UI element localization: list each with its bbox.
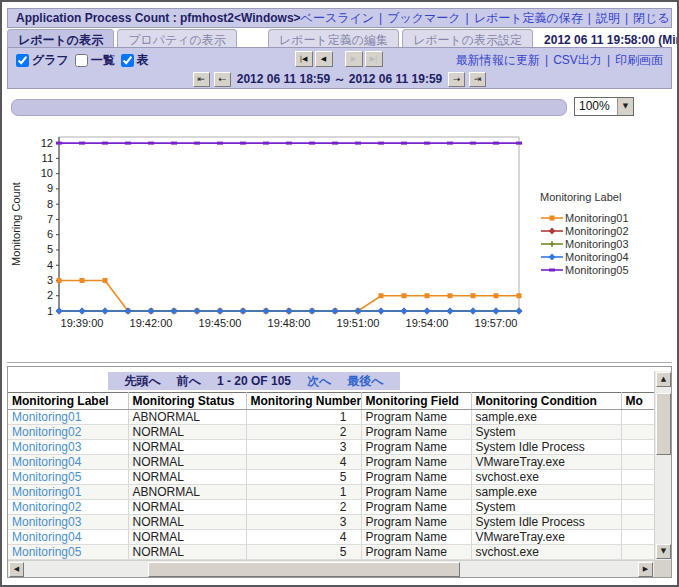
page-first-button[interactable]: |◀	[295, 51, 313, 67]
pagination-last[interactable]: 最後へ	[347, 373, 383, 390]
page-last-button[interactable]: ▶|	[365, 51, 383, 67]
toolbar-row-main: グラフ一覧表 |◀ ◀ ▶ ▶| 最新情報に更新|CSV出力|印刷画面	[16, 50, 663, 70]
time-move-end-icon: ⇥	[474, 74, 482, 84]
pagination-next[interactable]: 次へ	[307, 373, 331, 390]
data-table-wrap: Monitoring LabelMonitoring StatusMonitor…	[8, 392, 654, 560]
monitoring-label-link[interactable]: Monitoring04	[8, 530, 128, 545]
svg-text:4: 4	[47, 259, 53, 271]
prev-page-icon: ◀	[321, 55, 326, 63]
checkbox-group-3: 表	[121, 52, 149, 69]
header-link-3[interactable]: レポート定義の保存	[474, 11, 583, 25]
pagination-prev[interactable]: 前へ	[177, 373, 201, 390]
display-checkbox-2[interactable]	[75, 54, 88, 67]
time-page-nav-buttons: |◀ ◀ ▶ ▶|	[295, 51, 385, 67]
table-cell: System	[471, 425, 621, 440]
toolbar-link-2[interactable]: CSV出力	[553, 53, 602, 67]
display-checkbox-1[interactable]	[16, 54, 29, 67]
time-move-start-button[interactable]: ⇤	[193, 72, 210, 87]
monitoring-label-link[interactable]: Monitoring03	[8, 515, 128, 530]
tab-3[interactable]: レポート定義の編集	[268, 29, 399, 47]
horizontal-scrollbar[interactable]: ◀ ▶	[8, 560, 654, 577]
nav-gap	[335, 51, 345, 67]
toolbar-link-3[interactable]: 印刷画面	[615, 53, 663, 67]
scroll-down-icon[interactable]: ▼	[656, 544, 671, 559]
monitoring-label-link[interactable]: Monitoring02	[8, 425, 128, 440]
column-header-2: Monitoring Status	[128, 393, 246, 410]
monitoring-label-link[interactable]: Monitoring04	[8, 455, 128, 470]
svg-text:19:48:00: 19:48:00	[268, 317, 311, 329]
scroll-up-icon[interactable]: ▲	[656, 372, 671, 387]
legend-label: Monitoring01	[565, 212, 629, 224]
toolbar-link-1[interactable]: 最新情報に更新	[456, 53, 540, 67]
header-link-1[interactable]: ベースライン	[301, 11, 374, 25]
table-row: Monitoring04NORMAL4Program NameVMwareTra…	[8, 530, 654, 545]
scroll-right-icon[interactable]: ▶	[638, 562, 653, 577]
link-separator: |	[588, 11, 591, 25]
vertical-scrollbar[interactable]: ▲ ▼	[654, 371, 671, 560]
table-cell: Program Name	[361, 485, 471, 500]
table-cell: NORMAL	[128, 545, 246, 560]
pagination-bar: 先頭へ 前へ 1 - 20 OF 105 次へ 最後へ	[108, 372, 400, 390]
svg-text:11: 11	[42, 152, 53, 164]
monitoring-label-link[interactable]: Monitoring03	[8, 440, 128, 455]
page-prev-button[interactable]: ◀	[315, 51, 333, 67]
zoom-level-value: 100%	[575, 98, 617, 115]
monitoring-label-link[interactable]: Monitoring05	[8, 545, 128, 560]
table-cell: svchost.exe	[471, 545, 621, 560]
svg-text:7: 7	[47, 213, 53, 225]
svg-text:8: 8	[47, 198, 53, 210]
table-cell: NORMAL	[128, 440, 246, 455]
title-bar: Application Process Count : pfmhost2<Win…	[7, 8, 672, 28]
table-cell: Program Name	[361, 455, 471, 470]
table-cell: 5	[246, 470, 361, 485]
monitoring-label-link[interactable]: Monitoring02	[8, 500, 128, 515]
series-Monitoring05	[56, 142, 522, 145]
pagination-first[interactable]: 先頭へ	[124, 373, 160, 390]
zoom-level-select[interactable]: 100% ▼	[574, 97, 634, 116]
toolbar-links: 最新情報に更新|CSV出力|印刷画面	[456, 52, 663, 69]
tab-4[interactable]: レポートの表示設定	[402, 29, 533, 47]
time-move-forward-icon: ⇢	[453, 74, 461, 84]
monitoring-label-link[interactable]: Monitoring01	[8, 485, 128, 500]
toolbar: グラフ一覧表 |◀ ◀ ▶ ▶| 最新情報に更新|CSV出力|印刷画面 ⇤ ⇠ …	[7, 47, 672, 89]
header-link-2[interactable]: ブックマーク	[387, 11, 460, 25]
table-cell	[621, 470, 654, 485]
legend-label: Monitoring05	[565, 264, 629, 276]
display-checkbox-3[interactable]	[121, 54, 134, 67]
table-header-row: Monitoring LabelMonitoring StatusMonitor…	[8, 393, 654, 410]
page-next-button[interactable]: ▶	[345, 51, 363, 67]
monitoring-label-link[interactable]: Monitoring01	[8, 410, 128, 425]
table-cell	[621, 515, 654, 530]
checkbox-label: 表	[137, 52, 149, 69]
header-link-5[interactable]: 閉じる	[633, 11, 670, 25]
table-cell: Program Name	[361, 425, 471, 440]
app-window: Application Process Count : pfmhost2<Win…	[7, 8, 672, 581]
monitoring-table: Monitoring LabelMonitoring StatusMonitor…	[8, 392, 654, 560]
svg-text:10: 10	[41, 167, 53, 179]
display-checkboxes: グラフ一覧表	[16, 52, 155, 69]
monitoring-label-link[interactable]: Monitoring05	[8, 470, 128, 485]
link-separator: |	[466, 11, 469, 25]
dropdown-arrow-icon[interactable]: ▼	[617, 98, 633, 115]
header-link-4[interactable]: 説明	[596, 11, 620, 25]
time-move-back-button[interactable]: ⇠	[214, 72, 231, 87]
tab-2[interactable]: プロパティの表示	[117, 29, 237, 47]
time-move-forward-button[interactable]: ⇢	[448, 72, 465, 87]
table-cell: NORMAL	[128, 455, 246, 470]
tab-1[interactable]: レポートの表示	[7, 29, 114, 47]
table-cell	[621, 545, 654, 560]
scroll-left-icon[interactable]: ◀	[9, 562, 24, 577]
legend-marker-icon	[540, 226, 564, 236]
checkbox-group-1: グラフ	[16, 52, 69, 69]
horizontal-scroll-thumb[interactable]	[148, 562, 460, 577]
vertical-scroll-thumb[interactable]	[656, 393, 671, 455]
svg-text:6: 6	[47, 228, 53, 240]
table-cell: 2	[246, 425, 361, 440]
chart-region: 12345678910111219:39:0019:42:0019:45:001…	[7, 117, 672, 363]
time-move-end-button[interactable]: ⇥	[469, 72, 486, 87]
svg-text:19:42:00: 19:42:00	[130, 317, 173, 329]
table-cell: ABNORMAL	[128, 485, 246, 500]
scrollbar-corner	[654, 560, 671, 577]
link-separator: |	[607, 53, 610, 67]
table-cell: Program Name	[361, 515, 471, 530]
